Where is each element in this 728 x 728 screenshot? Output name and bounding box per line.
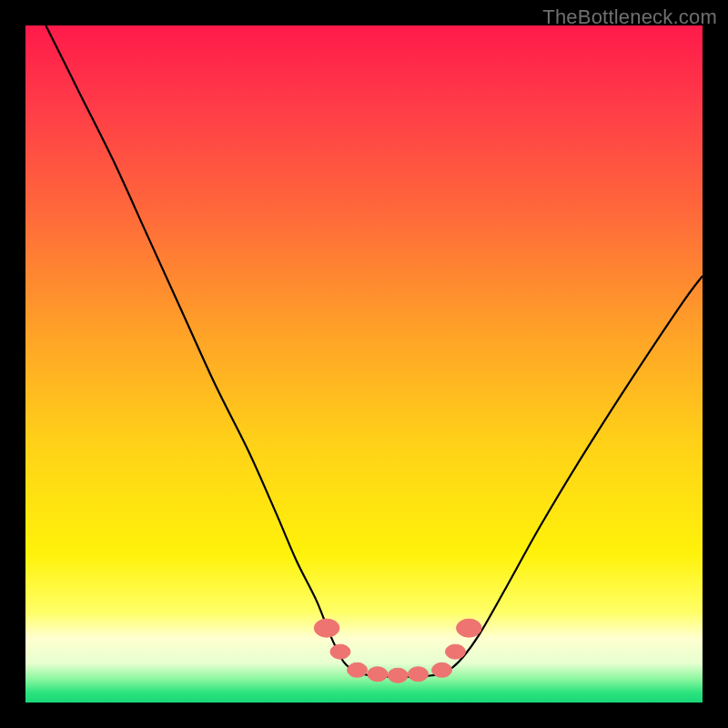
gradient-background xyxy=(25,25,703,703)
marker-point xyxy=(368,667,388,682)
plot-area xyxy=(25,25,703,703)
marker-point xyxy=(388,668,408,682)
marker-point xyxy=(457,619,482,637)
marker-point xyxy=(330,644,350,659)
bottleneck-chart xyxy=(25,25,703,703)
marker-point xyxy=(348,662,368,677)
marker-point xyxy=(409,667,429,682)
marker-point xyxy=(432,662,452,677)
marker-point xyxy=(445,644,465,659)
marker-point xyxy=(314,619,339,637)
outer-frame: TheBottleneck.com xyxy=(0,0,728,728)
